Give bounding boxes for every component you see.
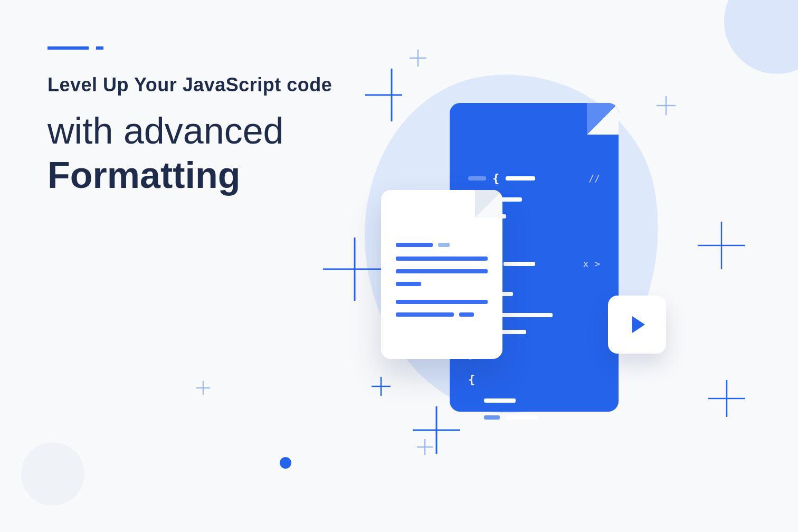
plus-icon: [365, 69, 418, 121]
decor-circle-top-right: [724, 0, 798, 74]
plus-icon: [656, 95, 677, 116]
headline: Level Up Your JavaScript code with advan…: [48, 74, 332, 200]
decor-circle-bottom-left: [21, 442, 84, 506]
accent-line: [48, 46, 103, 50]
plus-icon: [323, 238, 386, 301]
decor-dot: [280, 457, 291, 469]
plus-icon: [416, 438, 434, 456]
plus-icon: [370, 376, 392, 397]
document-icon: [381, 190, 502, 359]
plus-icon: [698, 222, 745, 269]
headline-line-3: Formatting: [48, 151, 332, 200]
headline-line-1: Level Up Your JavaScript code: [48, 74, 332, 96]
plus-icon: [195, 380, 211, 396]
play-button[interactable]: [608, 296, 666, 354]
hero-banner: Level Up Your JavaScript code with advan…: [0, 0, 798, 532]
plus-icon: [407, 48, 429, 69]
headline-line-2: with advanced: [48, 111, 332, 151]
play-icon: [632, 316, 645, 333]
plus-icon: [708, 380, 745, 417]
